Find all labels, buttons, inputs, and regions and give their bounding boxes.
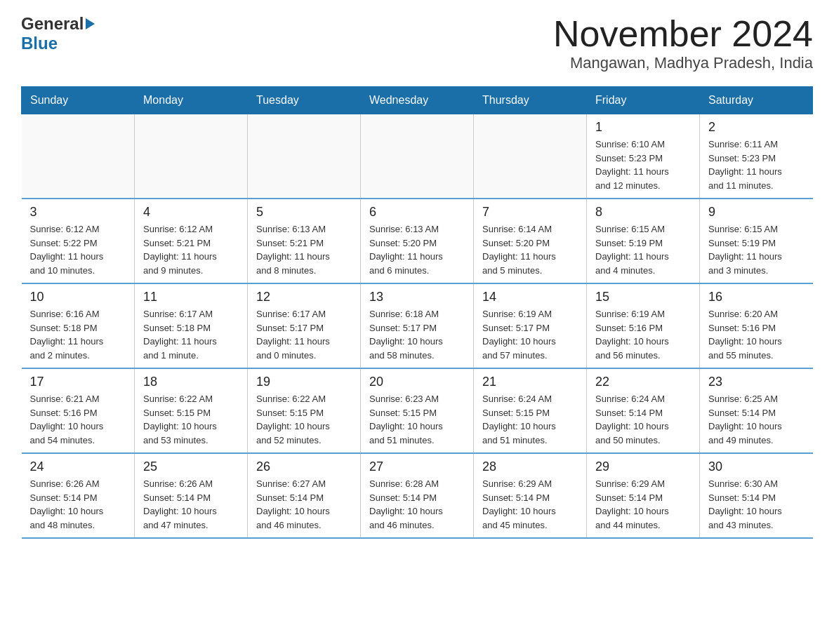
day-number: 21 — [482, 375, 578, 389]
calendar-cell: 27Sunrise: 6:28 AM Sunset: 5:14 PM Dayli… — [361, 453, 474, 538]
calendar-cell: 4Sunrise: 6:12 AM Sunset: 5:21 PM Daylig… — [135, 199, 248, 283]
weekday-header-sunday: Sunday — [22, 87, 135, 114]
day-number: 14 — [482, 290, 578, 304]
calendar-cell: 22Sunrise: 6:24 AM Sunset: 5:14 PM Dayli… — [587, 368, 700, 453]
title-block: November 2024 Mangawan, Madhya Pradesh, … — [553, 14, 813, 72]
weekday-header-saturday: Saturday — [700, 87, 813, 114]
calendar-week-2: 3Sunrise: 6:12 AM Sunset: 5:22 PM Daylig… — [22, 199, 813, 283]
calendar-cell: 14Sunrise: 6:19 AM Sunset: 5:17 PM Dayli… — [474, 283, 587, 368]
calendar-header: SundayMondayTuesdayWednesdayThursdayFrid… — [22, 87, 813, 114]
calendar-cell: 18Sunrise: 6:22 AM Sunset: 5:15 PM Dayli… — [135, 368, 248, 453]
calendar-cell: 20Sunrise: 6:23 AM Sunset: 5:15 PM Dayli… — [361, 368, 474, 453]
day-info: Sunrise: 6:22 AM Sunset: 5:15 PM Dayligh… — [256, 392, 352, 447]
calendar-cell: 28Sunrise: 6:29 AM Sunset: 5:14 PM Dayli… — [474, 453, 587, 538]
calendar-cell: 15Sunrise: 6:19 AM Sunset: 5:16 PM Dayli… — [587, 283, 700, 368]
day-info: Sunrise: 6:29 AM Sunset: 5:14 PM Dayligh… — [482, 477, 578, 532]
calendar-cell: 2Sunrise: 6:11 AM Sunset: 5:23 PM Daylig… — [700, 114, 813, 199]
day-info: Sunrise: 6:15 AM Sunset: 5:19 PM Dayligh… — [595, 222, 691, 277]
calendar-cell — [474, 114, 587, 199]
calendar-cell: 13Sunrise: 6:18 AM Sunset: 5:17 PM Dayli… — [361, 283, 474, 368]
day-info: Sunrise: 6:17 AM Sunset: 5:17 PM Dayligh… — [256, 307, 352, 362]
day-number: 12 — [256, 290, 352, 304]
day-number: 4 — [143, 205, 239, 220]
day-info: Sunrise: 6:29 AM Sunset: 5:14 PM Dayligh… — [595, 477, 691, 532]
page-header: General Blue November 2024 Mangawan, Mad… — [21, 14, 813, 72]
calendar-cell: 11Sunrise: 6:17 AM Sunset: 5:18 PM Dayli… — [135, 283, 248, 368]
calendar-cell: 19Sunrise: 6:22 AM Sunset: 5:15 PM Dayli… — [248, 368, 361, 453]
day-number: 30 — [708, 459, 805, 474]
day-number: 7 — [482, 205, 578, 220]
calendar-cell: 7Sunrise: 6:14 AM Sunset: 5:20 PM Daylig… — [474, 199, 587, 283]
logo-general-text: General — [21, 14, 84, 34]
calendar-week-4: 17Sunrise: 6:21 AM Sunset: 5:16 PM Dayli… — [22, 368, 813, 453]
day-number: 6 — [369, 205, 465, 220]
day-number: 20 — [369, 375, 465, 389]
day-info: Sunrise: 6:23 AM Sunset: 5:15 PM Dayligh… — [369, 392, 465, 447]
day-info: Sunrise: 6:19 AM Sunset: 5:16 PM Dayligh… — [595, 307, 691, 362]
day-info: Sunrise: 6:13 AM Sunset: 5:20 PM Dayligh… — [369, 222, 465, 277]
day-info: Sunrise: 6:10 AM Sunset: 5:23 PM Dayligh… — [595, 137, 691, 192]
calendar-cell: 24Sunrise: 6:26 AM Sunset: 5:14 PM Dayli… — [22, 453, 135, 538]
calendar-cell: 9Sunrise: 6:15 AM Sunset: 5:19 PM Daylig… — [700, 199, 813, 283]
weekday-header-wednesday: Wednesday — [361, 87, 474, 114]
day-number: 9 — [708, 205, 805, 220]
calendar-cell: 29Sunrise: 6:29 AM Sunset: 5:14 PM Dayli… — [587, 453, 700, 538]
day-info: Sunrise: 6:26 AM Sunset: 5:14 PM Dayligh… — [30, 477, 126, 532]
day-info: Sunrise: 6:18 AM Sunset: 5:17 PM Dayligh… — [369, 307, 465, 362]
day-number: 19 — [256, 375, 352, 389]
day-info: Sunrise: 6:24 AM Sunset: 5:15 PM Dayligh… — [482, 392, 578, 447]
weekday-header-friday: Friday — [587, 87, 700, 114]
weekday-header-monday: Monday — [135, 87, 248, 114]
calendar-cell: 26Sunrise: 6:27 AM Sunset: 5:14 PM Dayli… — [248, 453, 361, 538]
day-number: 16 — [708, 290, 805, 304]
calendar-cell — [361, 114, 474, 199]
day-number: 15 — [595, 290, 691, 304]
day-info: Sunrise: 6:12 AM Sunset: 5:21 PM Dayligh… — [143, 222, 239, 277]
day-info: Sunrise: 6:28 AM Sunset: 5:14 PM Dayligh… — [369, 477, 465, 532]
day-info: Sunrise: 6:12 AM Sunset: 5:22 PM Dayligh… — [30, 222, 126, 277]
day-info: Sunrise: 6:25 AM Sunset: 5:14 PM Dayligh… — [708, 392, 805, 447]
calendar-week-1: 1Sunrise: 6:10 AM Sunset: 5:23 PM Daylig… — [22, 114, 813, 199]
calendar-cell: 23Sunrise: 6:25 AM Sunset: 5:14 PM Dayli… — [700, 368, 813, 453]
day-number: 27 — [369, 459, 465, 474]
day-number: 5 — [256, 205, 352, 220]
calendar-cell: 16Sunrise: 6:20 AM Sunset: 5:16 PM Dayli… — [700, 283, 813, 368]
calendar-cell: 5Sunrise: 6:13 AM Sunset: 5:21 PM Daylig… — [248, 199, 361, 283]
day-info: Sunrise: 6:27 AM Sunset: 5:14 PM Dayligh… — [256, 477, 352, 532]
day-number: 3 — [30, 205, 126, 220]
day-info: Sunrise: 6:19 AM Sunset: 5:17 PM Dayligh… — [482, 307, 578, 362]
weekday-header-row: SundayMondayTuesdayWednesdayThursdayFrid… — [22, 87, 813, 114]
weekday-header-tuesday: Tuesday — [248, 87, 361, 114]
day-number: 10 — [30, 290, 126, 304]
logo-triangle-icon — [86, 18, 95, 29]
calendar-body: 1Sunrise: 6:10 AM Sunset: 5:23 PM Daylig… — [22, 114, 813, 539]
calendar-subtitle: Mangawan, Madhya Pradesh, India — [553, 54, 813, 72]
logo-blue-text: Blue — [21, 34, 58, 53]
day-info: Sunrise: 6:17 AM Sunset: 5:18 PM Dayligh… — [143, 307, 239, 362]
logo: General Blue — [21, 14, 95, 53]
calendar-cell: 10Sunrise: 6:16 AM Sunset: 5:18 PM Dayli… — [22, 283, 135, 368]
day-info: Sunrise: 6:26 AM Sunset: 5:14 PM Dayligh… — [143, 477, 239, 532]
day-info: Sunrise: 6:14 AM Sunset: 5:20 PM Dayligh… — [482, 222, 578, 277]
day-number: 24 — [30, 459, 126, 474]
day-number: 1 — [595, 120, 691, 135]
calendar-cell: 8Sunrise: 6:15 AM Sunset: 5:19 PM Daylig… — [587, 199, 700, 283]
calendar-cell — [22, 114, 135, 199]
calendar-cell: 1Sunrise: 6:10 AM Sunset: 5:23 PM Daylig… — [587, 114, 700, 199]
calendar-cell: 17Sunrise: 6:21 AM Sunset: 5:16 PM Dayli… — [22, 368, 135, 453]
day-number: 11 — [143, 290, 239, 304]
day-info: Sunrise: 6:22 AM Sunset: 5:15 PM Dayligh… — [143, 392, 239, 447]
day-info: Sunrise: 6:24 AM Sunset: 5:14 PM Dayligh… — [595, 392, 691, 447]
day-info: Sunrise: 6:16 AM Sunset: 5:18 PM Dayligh… — [30, 307, 126, 362]
calendar-cell: 6Sunrise: 6:13 AM Sunset: 5:20 PM Daylig… — [361, 199, 474, 283]
calendar-cell: 21Sunrise: 6:24 AM Sunset: 5:15 PM Dayli… — [474, 368, 587, 453]
day-number: 25 — [143, 459, 239, 474]
calendar-title: November 2024 — [553, 14, 813, 54]
weekday-header-thursday: Thursday — [474, 87, 587, 114]
day-number: 26 — [256, 459, 352, 474]
day-number: 2 — [708, 120, 805, 135]
day-info: Sunrise: 6:15 AM Sunset: 5:19 PM Dayligh… — [708, 222, 805, 277]
day-number: 17 — [30, 375, 126, 389]
day-number: 13 — [369, 290, 465, 304]
day-info: Sunrise: 6:13 AM Sunset: 5:21 PM Dayligh… — [256, 222, 352, 277]
